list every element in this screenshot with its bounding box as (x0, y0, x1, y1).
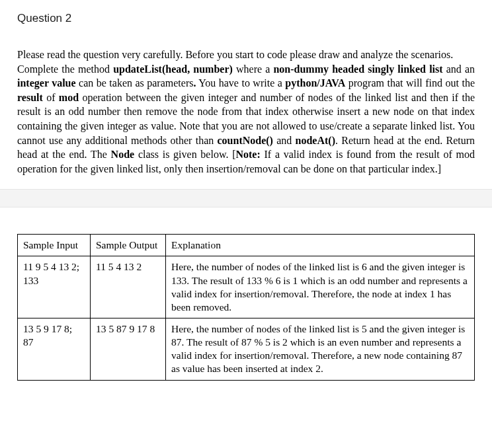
cell-output: 11 5 4 13 2 (91, 256, 166, 318)
header-sample-output: Sample Output (91, 235, 166, 256)
cell-explanation: Here, the number of nodes of the linked … (166, 256, 475, 318)
intro-paragraph: Please read the question very carefully.… (17, 48, 475, 62)
header-explanation: Explanation (166, 235, 475, 256)
body-paragraph: Complete the method updateList(head, num… (17, 62, 475, 176)
question-title: Question 2 (17, 12, 475, 25)
cell-output: 13 5 87 9 17 8 (91, 318, 166, 381)
cell-input: 11 9 5 4 13 2; 133 (18, 256, 91, 318)
cell-explanation: Here, the number of nodes of the linked … (166, 318, 475, 381)
cell-input: 13 5 9 17 8; 87 (18, 318, 91, 381)
sample-table: Sample Input Sample Output Explanation 1… (17, 234, 475, 380)
header-sample-input: Sample Input (18, 235, 91, 256)
section-divider (0, 189, 492, 207)
table-row: 13 5 9 17 8; 87 13 5 87 9 17 8 Here, the… (18, 318, 475, 381)
table-row: 11 9 5 4 13 2; 133 11 5 4 13 2 Here, the… (18, 256, 475, 318)
table-header-row: Sample Input Sample Output Explanation (18, 235, 475, 256)
